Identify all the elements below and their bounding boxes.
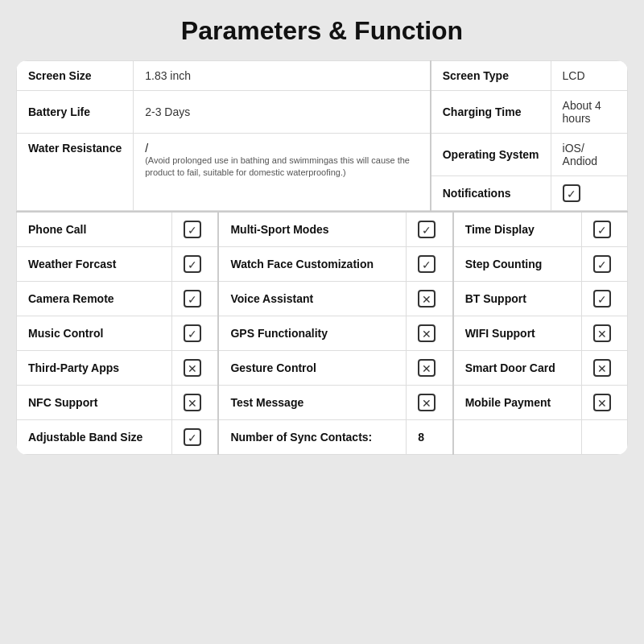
- feature-col1-label: NFC Support: [17, 386, 172, 420]
- check-yes-icon: ✓: [418, 255, 436, 273]
- screen-type-label: Screen Type: [431, 61, 551, 91]
- feature-col2-label: GPS Functionality: [218, 316, 406, 351]
- spec-row-screen: Screen Size 1.83 inch Screen Type LCD: [17, 61, 628, 91]
- water-note: (Avoid prolonged use in bathing and swim…: [145, 155, 419, 180]
- check-yes-icon: ✓: [184, 428, 201, 446]
- check-yes-icon: ✓: [184, 221, 201, 238]
- feature-col1-check: ✓: [171, 282, 218, 316]
- feature-row: Adjustable Band Size✓Number of Sync Cont…: [17, 420, 628, 455]
- charging-time-value: About 4 hours: [551, 91, 627, 134]
- feature-col2-check: ✕: [407, 282, 453, 316]
- feature-col3-check: ✓: [581, 282, 627, 316]
- spec-row-battery: Battery Life 2-3 Days Charging Time Abou…: [17, 91, 628, 134]
- feature-col2-check: ✕: [407, 351, 453, 386]
- card: Screen Size 1.83 inch Screen Type LCD Ba…: [16, 60, 628, 455]
- feature-row: Music Control✓GPS Functionality✕WIFI Sup…: [17, 316, 628, 351]
- feature-col1-check: ✓: [171, 316, 218, 351]
- params-table: Screen Size 1.83 inch Screen Type LCD Ba…: [16, 60, 628, 211]
- check-no-icon: ✕: [593, 324, 611, 342]
- check-no-icon: ✕: [418, 290, 436, 308]
- check-no-icon: ✕: [184, 394, 201, 411]
- feature-col2-check: 8: [407, 420, 453, 455]
- water-resistance-label: Water Resistance: [17, 134, 134, 211]
- battery-life-label: Battery Life: [17, 91, 134, 134]
- feature-col2-check: ✕: [407, 316, 453, 351]
- charging-time-label: Charging Time: [431, 91, 551, 134]
- feature-col2-label: Number of Sync Contacts:: [218, 420, 406, 455]
- check-no-icon: ✕: [593, 394, 611, 411]
- feature-col1-label: Phone Call: [17, 212, 172, 247]
- screen-size-label: Screen Size: [17, 61, 134, 91]
- feature-col3-check: [581, 420, 627, 455]
- feature-col3-label: Step Counting: [453, 247, 581, 282]
- feature-col3-label: BT Support: [453, 282, 581, 316]
- page: Parameters & Function Screen Size 1.83 i…: [0, 0, 644, 644]
- check-yes-icon: ✓: [184, 255, 201, 273]
- operating-system-value: iOS/ Andiod: [551, 134, 627, 176]
- feature-col3-label: Smart Door Card: [453, 351, 581, 386]
- feature-col3-label: WIFI Support: [453, 316, 581, 351]
- water-resistance-value: / (Avoid prolonged use in bathing and sw…: [134, 134, 431, 211]
- feature-col3-check: ✕: [581, 386, 627, 420]
- feature-col3-check: ✓: [581, 247, 627, 282]
- screen-size-value: 1.83 inch: [134, 61, 431, 91]
- feature-col1-label: Music Control: [17, 316, 172, 351]
- feature-col1-label: Third-Party Apps: [17, 351, 172, 386]
- feature-col3-label: [453, 420, 581, 455]
- operating-system-label: Operating System: [431, 134, 551, 176]
- feature-col3-check: ✕: [581, 316, 627, 351]
- feature-col2-check: ✓: [407, 212, 453, 247]
- feature-col1-check: ✕: [171, 386, 218, 420]
- spec-row-water: Water Resistance / (Avoid prolonged use …: [17, 134, 628, 176]
- feature-col2-label: Multi-Sport Modes: [218, 212, 406, 247]
- feature-col2-check: ✓: [407, 247, 453, 282]
- notifications-check-icon: ✓: [563, 184, 580, 202]
- check-yes-icon: ✓: [418, 221, 436, 238]
- page-title: Parameters & Function: [16, 16, 628, 46]
- screen-type-value: LCD: [551, 61, 627, 91]
- feature-col1-check: ✓: [171, 247, 218, 282]
- check-yes-icon: ✓: [184, 324, 201, 342]
- feature-row: Weather Forcast✓Watch Face Customization…: [17, 247, 628, 282]
- check-no-icon: ✕: [184, 359, 201, 377]
- features-table: Phone Call✓Multi-Sport Modes✓Time Displa…: [16, 211, 628, 455]
- check-yes-icon: ✓: [593, 255, 611, 273]
- battery-life-value: 2-3 Days: [134, 91, 431, 134]
- notifications-check: ✓: [551, 176, 627, 211]
- feature-col2-label: Test Message: [218, 386, 406, 420]
- feature-col2-check: ✕: [407, 386, 453, 420]
- check-no-icon: ✕: [418, 359, 436, 377]
- check-no-icon: ✕: [593, 359, 611, 377]
- feature-col1-check: ✓: [171, 420, 218, 455]
- feature-col1-label: Weather Forcast: [17, 247, 172, 282]
- feature-col3-label: Mobile Payment: [453, 386, 581, 420]
- check-no-icon: ✕: [418, 324, 436, 342]
- notifications-label: Notifications: [431, 176, 551, 211]
- check-yes-icon: ✓: [593, 221, 611, 238]
- feature-col2-label: Gesture Control: [218, 351, 406, 386]
- feature-col2-label: Watch Face Customization: [218, 247, 406, 282]
- check-yes-icon: ✓: [184, 290, 201, 308]
- feature-col1-label: Camera Remote: [17, 282, 172, 316]
- feature-col1-check: ✕: [171, 351, 218, 386]
- feature-col3-label: Time Display: [453, 212, 581, 247]
- feature-col3-check: ✓: [581, 212, 627, 247]
- check-no-icon: ✕: [418, 394, 436, 411]
- feature-col1-label: Adjustable Band Size: [17, 420, 172, 455]
- feature-col2-label: Voice Assistant: [218, 282, 406, 316]
- feature-row: Phone Call✓Multi-Sport Modes✓Time Displa…: [17, 212, 628, 247]
- feature-row: Third-Party Apps✕Gesture Control✕Smart D…: [17, 351, 628, 386]
- feature-row: NFC Support✕Test Message✕Mobile Payment✕: [17, 386, 628, 420]
- feature-col3-check: ✕: [581, 351, 627, 386]
- feature-col1-check: ✓: [171, 212, 218, 247]
- check-yes-icon: ✓: [593, 290, 611, 308]
- feature-row: Camera Remote✓Voice Assistant✕BT Support…: [17, 282, 628, 316]
